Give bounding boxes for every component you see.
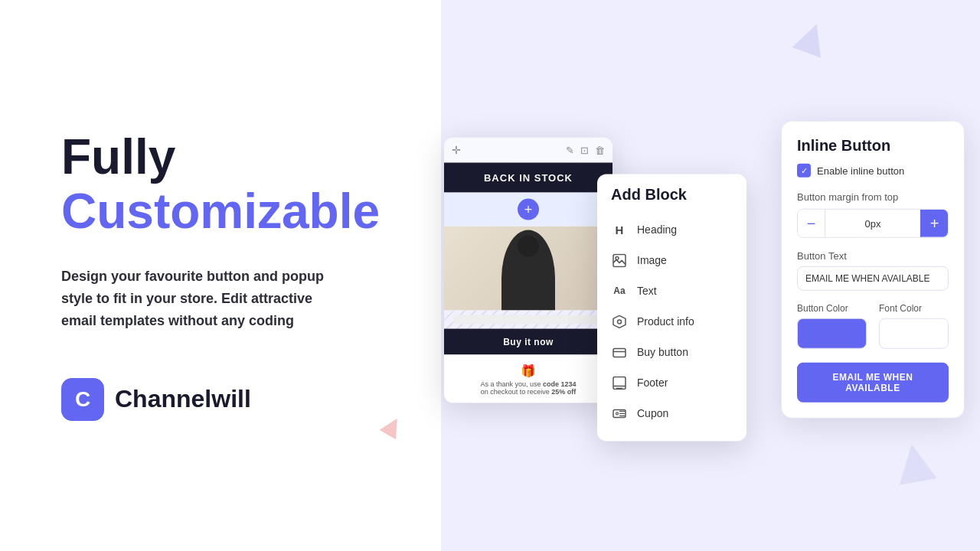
stepper-value: 0px [825, 217, 920, 229]
add-block-dropdown: Add Block H Heading Image Aa Text Produc… [597, 174, 746, 441]
brand-logo-letter: C [75, 387, 90, 412]
card-toolbar: ✛ ✎ ⊡ 🗑 [444, 138, 612, 163]
button-color-swatch[interactable] [797, 318, 867, 349]
email-popup-card: ✛ ✎ ⊡ 🗑 BACK IN STOCK + [444, 138, 612, 403]
svg-rect-4 [613, 348, 626, 357]
block-item-heading[interactable]: H Heading [597, 214, 746, 245]
hat [518, 236, 539, 257]
gift-icon: 🎁 [453, 364, 603, 378]
add-block-row: + [444, 193, 612, 227]
svg-rect-5 [613, 377, 626, 389]
right-panel: ✛ ✎ ⊡ 🗑 BACK IN STOCK + [398, 0, 980, 551]
card-header: BACK IN STOCK [444, 163, 612, 193]
font-color-swatch[interactable] [879, 318, 949, 349]
price-bar [453, 315, 603, 324]
text-field-label: Button Text [797, 250, 949, 262]
brand-name: Channelwill [115, 385, 251, 413]
block-item-image[interactable]: Image [597, 245, 746, 276]
block-item-buy-button[interactable]: Buy button [597, 337, 746, 367]
margin-stepper: − 0px + [797, 209, 949, 238]
copy-icon[interactable]: ⊡ [580, 144, 589, 155]
description-text: Design your favourite button and popup s… [61, 266, 337, 331]
block-item-coupon[interactable]: Cupon [597, 398, 746, 429]
add-block-title: Add Block [597, 186, 746, 214]
image-icon [611, 252, 628, 269]
text-icon: Aa [611, 282, 628, 299]
footer-line1: As a thank you, use [480, 380, 541, 388]
move-icon[interactable]: ✛ [452, 144, 461, 156]
margin-label: Button margin from top [797, 191, 949, 203]
person-image [444, 227, 612, 311]
add-block-button[interactable]: + [518, 199, 539, 220]
button-color-label: Button Color [797, 303, 867, 314]
block-label-buy-button: Buy button [637, 346, 688, 358]
footer-code: code 1234 [543, 380, 577, 388]
toolbar-icons: ✎ ⊡ 🗑 [566, 144, 605, 155]
colors-row: Button Color Font Color [797, 303, 949, 349]
footer-icon [611, 374, 628, 391]
button-text-input[interactable] [797, 266, 949, 291]
panel-title: Inline Button [797, 137, 949, 155]
buy-button[interactable]: Buy it now [444, 329, 612, 355]
brand-area: C Channelwill [61, 378, 337, 421]
font-color-group: Font Color [879, 303, 949, 349]
coupon-icon [611, 405, 628, 422]
product-info-icon [611, 313, 628, 330]
block-label-image: Image [637, 254, 667, 266]
block-item-footer[interactable]: Footer [597, 367, 746, 398]
block-label-coupon: Cupon [637, 407, 668, 419]
delete-icon[interactable]: 🗑 [595, 144, 605, 155]
block-label-product-info: Product info [637, 315, 694, 328]
svg-marker-2 [613, 315, 626, 328]
svg-point-3 [618, 320, 622, 324]
content-area: Fully Customizable Design your favourite… [0, 0, 980, 551]
brand-logo: C [61, 378, 104, 421]
block-label-text: Text [637, 285, 657, 297]
left-panel: Fully Customizable Design your favourite… [0, 84, 398, 466]
svg-point-9 [616, 412, 619, 415]
stepper-minus-button[interactable]: − [798, 210, 825, 237]
heading-customizable: Customizable [61, 184, 337, 238]
buy-button-icon [611, 344, 628, 360]
block-label-footer: Footer [637, 377, 668, 389]
heading-fully: Fully [61, 130, 337, 184]
footer-discount: 25% off [551, 388, 576, 396]
block-label-heading: Heading [637, 223, 677, 236]
block-item-text[interactable]: Aa Text [597, 276, 746, 306]
button-color-group: Button Color [797, 303, 867, 349]
cta-button[interactable]: EMAIL ME WHEN AVAILABLE [797, 363, 949, 403]
heading-icon: H [611, 221, 628, 238]
stepper-plus-button[interactable]: + [920, 210, 948, 237]
inline-panel: Inline Button ✓ Enable inline button But… [781, 121, 965, 419]
block-item-product-info[interactable]: Product info [597, 306, 746, 337]
footer-text: As a thank you, use code 1234 on checkou… [453, 380, 603, 396]
checkbox-row: ✓ Enable inline button [797, 164, 949, 178]
enable-checkbox[interactable]: ✓ [797, 164, 811, 178]
checkbox-label: Enable inline button [817, 165, 904, 176]
font-color-label: Font Color [879, 303, 949, 314]
person-figure [444, 227, 612, 311]
card-image-area [444, 227, 612, 311]
footer-line2: on checkout to receive [481, 388, 550, 396]
card-footer: 🎁 As a thank you, use code 1234 on check… [444, 355, 612, 403]
edit-icon[interactable]: ✎ [566, 144, 574, 155]
